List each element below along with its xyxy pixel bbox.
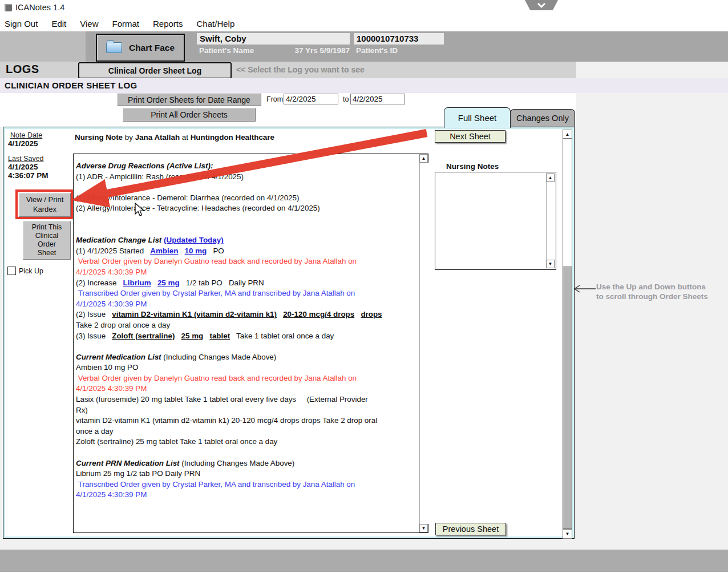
nursing-notes-listbox[interactable]	[435, 172, 556, 270]
pick-up-checkbox[interactable]	[7, 267, 16, 275]
menu-format[interactable]: Format	[112, 19, 139, 29]
sheet-scrollbar-down-arrow-icon[interactable]: ▼	[563, 529, 572, 539]
print-date-range-button[interactable]: Print Order Sheets for Date Range	[117, 93, 261, 106]
note-scrollbar-track[interactable]	[419, 163, 428, 524]
menu-view[interactable]: View	[80, 19, 98, 29]
collapse-chevron-button[interactable]	[525, 0, 558, 10]
note-scrollbar-up-arrow-icon[interactable]: ▲	[419, 154, 428, 163]
listbox-scrollbar-down-arrow-icon[interactable]: ▼	[546, 260, 555, 268]
note-date-label: Note Date	[10, 131, 42, 139]
view-print-kardex-button[interactable]: View / Print Kardex	[19, 193, 71, 217]
listbox-scrollbar-up-arrow-icon[interactable]: ▲	[546, 173, 555, 182]
menu-chat-help[interactable]: Chat/Help	[197, 19, 235, 29]
bottom-status-bar	[0, 550, 728, 572]
previous-sheet-button[interactable]: Previous Sheet	[435, 523, 506, 535]
section-title: CLINICIAN ORDER SHEET LOG	[5, 80, 137, 90]
icanotes-logo: ICANotes Behavioral Health EHR	[0, 31, 86, 62]
sheet-scrollbar-up-arrow-icon[interactable]: ▲	[563, 130, 572, 139]
title-bar: ICANotes 1.4	[0, 0, 728, 16]
logs-title: LOGS	[6, 63, 39, 76]
menu-edit[interactable]: Edit	[51, 19, 66, 29]
bottom-edge	[0, 572, 728, 577]
patient-name-field[interactable]: Swift, Coby	[197, 33, 350, 45]
patient-id-field[interactable]: 1000010710733	[354, 33, 444, 45]
patient-id-label: Patient's ID	[356, 46, 398, 55]
patient-age-dob: 37 Yrs 5/9/1987	[262, 46, 350, 55]
note-date-value: 4/1/2025	[8, 139, 38, 148]
window-title: ICANotes 1.4	[15, 3, 64, 12]
app-icon	[5, 4, 12, 11]
next-sheet-button[interactable]: Next Sheet	[435, 130, 505, 143]
from-label: From	[266, 95, 283, 103]
last-saved-label: Last Saved	[8, 155, 44, 163]
scroll-hint-text: Use the Up and Down buttons to scroll th…	[596, 282, 708, 301]
menu-bar: Sign Out Edit View Format Reports Chat/H…	[0, 16, 728, 31]
last-saved-date: 4/1/2025	[8, 163, 38, 171]
menu-reports[interactable]: Reports	[153, 19, 183, 29]
to-label: to	[343, 95, 349, 103]
chart-face-button[interactable]: Chart Face	[96, 34, 185, 62]
tab-changes-only[interactable]: Changes Only	[510, 109, 575, 127]
from-date-input[interactable]	[284, 94, 338, 104]
patient-name-label: Patient's Name	[199, 46, 254, 55]
log-selector-hint: << Select the Log you want to see	[236, 65, 365, 74]
hint-arrow-icon	[572, 284, 597, 294]
icanotes-app: { "window": { "title": "ICANotes 1.4" },…	[0, 0, 728, 577]
note-scrollbar-down-arrow-icon[interactable]: ▼	[419, 524, 428, 532]
folder-icon	[106, 42, 122, 53]
chart-face-label: Chart Face	[129, 43, 175, 53]
log-selector-button[interactable]: Clinical Order Sheet Log	[78, 62, 232, 79]
chevron-down-icon	[535, 2, 548, 9]
menu-sign-out[interactable]: Sign Out	[5, 19, 38, 29]
to-date-input[interactable]	[350, 94, 405, 104]
tab-full-sheet[interactable]: Full Sheet	[444, 107, 511, 128]
note-header: Nursing Note by Jana Atallah at Huntingd…	[75, 133, 274, 142]
sheet-scrollbar-thumb[interactable]	[563, 267, 572, 529]
listbox-scrollbar-track[interactable]	[546, 182, 555, 260]
nursing-notes-label: Nursing Notes	[446, 162, 499, 171]
order-sheet-text: Adverse Drug Reactions (Active List):(1)…	[76, 161, 417, 501]
print-all-button[interactable]: Print All Order Sheets	[123, 108, 256, 122]
print-this-sheet-button[interactable]: Print This Clinical Order Sheet	[23, 221, 71, 260]
last-saved-time: 4:36:07 PM	[8, 171, 48, 180]
pick-up-label: Pick Up	[19, 267, 43, 275]
